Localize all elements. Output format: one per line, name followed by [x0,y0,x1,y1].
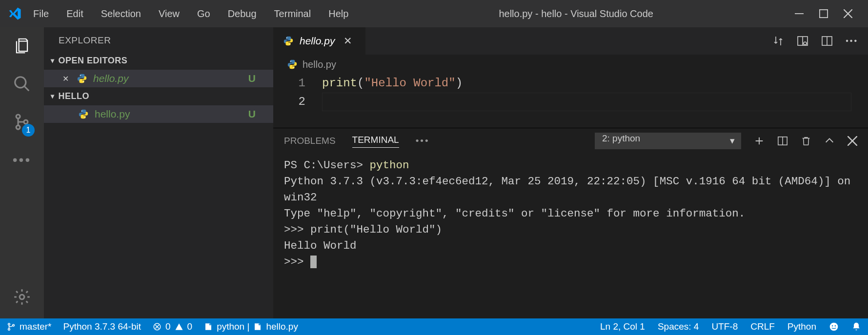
explorer-sidebar: EXPLORER ▾ OPEN EDITORS ✕ hello.py U ▾ H… [44,27,273,318]
svg-point-8 [81,111,82,112]
status-bar: master* Python 3.7.3 64-bit 0 0 python |… [0,318,868,335]
status-notifications-icon[interactable] [851,322,861,332]
svg-point-16 [293,67,294,68]
terminal-cursor [310,256,317,268]
svg-point-11 [289,44,290,45]
activity-scm-icon[interactable]: 1 [10,110,34,134]
breadcrumb-file: hello.py [303,59,336,70]
menu-selection[interactable]: Selection [92,8,150,20]
activity-explorer-icon[interactable] [10,34,34,58]
chevron-down-icon: ▾ [51,57,55,64]
svg-point-3 [16,125,20,129]
menu-view[interactable]: View [150,8,188,20]
tab-close-icon[interactable]: ✕ [343,35,352,47]
window-maximize-icon[interactable] [819,9,829,18]
menu-terminal[interactable]: Terminal [265,8,320,20]
bottom-panel: PROBLEMS TERMINAL ••• 2: python [273,128,868,318]
window-close-icon[interactable] [844,9,853,18]
folder-header[interactable]: ▾ HELLO [44,87,273,105]
activity-bar: 1 ••• [0,27,44,318]
panel-more-icon[interactable]: ••• [416,136,430,146]
open-editor-item[interactable]: ✕ hello.py U [44,70,273,87]
editor-tabs: hello.py ✕ ••• [273,27,868,55]
activity-more-icon[interactable]: ••• [10,148,34,172]
split-editor-preview-icon[interactable] [797,35,808,47]
tab-filename: hello.py [300,35,335,47]
menu-bar: File Edit Selection View Go Debug Termin… [24,8,357,20]
svg-rect-0 [820,10,828,18]
open-editor-filename: hello.py [93,73,128,84]
open-editors-header[interactable]: ▾ OPEN EDITORS [44,52,273,70]
close-icon[interactable]: ✕ [62,74,69,83]
kill-terminal-icon[interactable] [801,136,811,146]
scm-badge: 1 [22,124,35,137]
python-file-icon [283,36,294,46]
svg-point-19 [8,328,10,330]
svg-point-10 [286,38,287,39]
vscode-logo-icon [5,6,24,21]
new-terminal-icon[interactable] [754,136,765,146]
activity-settings-icon[interactable] [10,285,34,309]
activity-search-icon[interactable] [10,72,34,96]
code-editor[interactable]: 1 2 print("Hello World") [273,74,868,128]
split-terminal-icon[interactable] [777,136,788,146]
sidebar-title: EXPLORER [44,27,273,52]
maximize-panel-icon[interactable] [824,136,835,146]
open-editors-label: OPEN EDITORS [59,56,128,66]
split-editor-icon[interactable] [821,35,833,47]
status-python-interpreter[interactable]: Python 3.7.3 64-bit [63,321,141,332]
status-encoding[interactable]: UTF-8 [711,321,738,332]
menu-debug[interactable]: Debug [219,8,265,20]
status-git-branch[interactable]: master* [7,321,51,332]
svg-point-13 [804,42,807,45]
terminal-selector[interactable]: 2: python [595,133,741,149]
svg-point-23 [832,325,833,327]
close-panel-icon[interactable] [848,136,857,146]
status-indentation[interactable]: Spaces: 4 [658,321,699,332]
title-bar: File Edit Selection View Go Debug Termin… [0,0,868,27]
git-status-untracked: U [248,73,264,84]
svg-point-6 [80,75,81,76]
menu-go[interactable]: Go [188,8,219,20]
svg-point-1 [15,77,26,88]
svg-point-4 [24,120,28,124]
panel-tab-terminal[interactable]: TERMINAL [352,135,399,148]
line-number-gutter: 1 2 [273,74,322,128]
menu-help[interactable]: Help [320,8,357,20]
git-status-untracked: U [248,108,264,120]
python-file-icon [287,59,298,70]
panel-tab-problems[interactable]: PROBLEMS [284,136,336,146]
menu-file[interactable]: File [24,8,58,20]
svg-point-24 [835,325,836,327]
status-eol[interactable]: CRLF [750,321,775,332]
status-run-file[interactable]: python | hello.py [204,321,298,332]
svg-point-22 [830,323,838,331]
svg-point-18 [8,323,10,325]
window-title: hello.py - hello - Visual Studio Code [357,8,795,20]
status-cursor-position[interactable]: Ln 2, Col 1 [600,321,645,332]
svg-point-2 [16,115,20,118]
compare-changes-icon[interactable] [772,35,784,47]
editor-tab[interactable]: hello.py ✕ [273,27,366,55]
file-name: hello.py [95,108,130,120]
folder-label: HELLO [59,91,90,101]
current-line-highlight [322,93,851,111]
svg-point-5 [20,295,24,299]
more-actions-icon[interactable]: ••• [846,37,858,45]
status-problems[interactable]: 0 0 [153,321,192,332]
python-file-icon [77,73,87,84]
svg-point-7 [83,81,84,82]
svg-point-15 [290,61,291,62]
breadcrumb[interactable]: hello.py [273,55,868,74]
chevron-down-icon: ▾ [51,92,55,100]
status-feedback-icon[interactable] [829,322,839,332]
file-item[interactable]: hello.py U [44,105,273,123]
status-language-mode[interactable]: Python [787,321,816,332]
terminal-content[interactable]: PS C:\Users> python Python 3.7.3 (v3.7.3… [273,154,868,318]
svg-point-9 [84,117,85,118]
python-file-icon [78,109,89,119]
window-minimize-icon[interactable] [795,9,805,18]
menu-edit[interactable]: Edit [58,8,92,20]
